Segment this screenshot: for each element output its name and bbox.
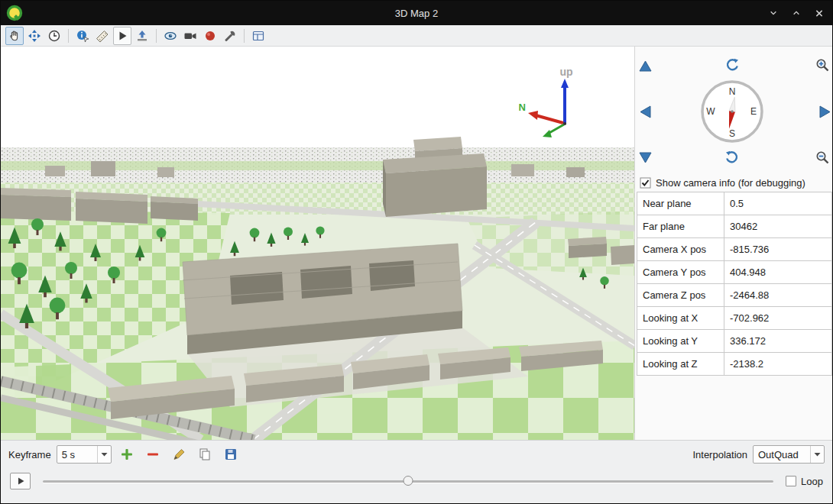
row-label: Far plane — [637, 215, 724, 237]
tilt-down-button[interactable] — [637, 149, 653, 166]
camera-icon — [183, 29, 197, 43]
zoom-out-icon — [815, 150, 830, 165]
zoom-in-icon — [815, 58, 830, 73]
show-camera-info-label: Show camera info (for debugging) — [656, 177, 805, 189]
triangle-up-icon — [639, 60, 652, 72]
row-label: Camera X pos — [637, 238, 724, 260]
navigation-visibility-button[interactable] — [161, 27, 180, 45]
qgis-3d-map-window: 3D Map 2 — [0, 0, 833, 504]
svg-text:W: W — [706, 106, 715, 117]
table-row: Far plane30462 — [637, 215, 832, 238]
triangle-left-icon — [640, 105, 651, 118]
toolbar — [1, 25, 832, 47]
pan-button[interactable] — [25, 27, 44, 45]
loop-checkbox[interactable]: Loop — [786, 476, 823, 487]
rotate-ccw-button[interactable] — [724, 57, 741, 73]
row-label: Looking at Y — [637, 330, 724, 352]
rotate-cw-icon — [724, 150, 740, 165]
measure-button[interactable] — [93, 27, 112, 45]
row-value: -2464.88 — [724, 284, 832, 306]
camera-info-table: Near plane0.5 Far plane30462 Camera X po… — [637, 192, 832, 376]
titlebar: 3D Map 2 — [1, 1, 832, 25]
window-close-button[interactable] — [811, 5, 828, 21]
row-value: 0.5 — [724, 192, 832, 215]
move-right-button[interactable] — [816, 103, 833, 120]
timeline-play-button[interactable] — [10, 473, 31, 489]
show-camera-info-checkbox[interactable]: Show camera info (for debugging) — [635, 173, 832, 192]
chevron-down-icon — [101, 452, 108, 457]
camera-control-button[interactable] — [5, 27, 24, 45]
timeline-slider[interactable] — [43, 473, 773, 489]
window-title: 3D Map 2 — [1, 8, 832, 19]
interpolation-value: OutQuad — [754, 449, 810, 460]
timeline-slider-handle[interactable] — [404, 476, 413, 486]
row-label: Camera Z pos — [637, 284, 724, 306]
table-row: Camera X pos-815.736 — [637, 238, 832, 261]
table-row: Looking at Z-2138.2 — [637, 353, 832, 376]
interpolation-select[interactable]: OutQuad — [753, 445, 825, 464]
effects-button[interactable] — [201, 27, 219, 45]
rotate-ccw-icon — [724, 57, 740, 73]
navigation-widget: N E S W — [635, 47, 832, 173]
table-row: Camera Y pos404.948 — [637, 261, 832, 284]
row-label: Looking at Z — [637, 353, 724, 375]
edit-keyframe-button[interactable] — [169, 444, 190, 464]
duplicate-keyframe-button[interactable] — [195, 444, 216, 464]
move-left-button[interactable] — [637, 103, 653, 120]
pan-arrows-icon — [28, 29, 41, 43]
animations-button[interactable] — [45, 27, 63, 45]
row-value: 404.948 — [724, 261, 832, 283]
svg-text:up: up — [559, 66, 572, 78]
keyframe-duration-select[interactable]: 5 s — [57, 445, 112, 464]
svg-text:N: N — [729, 86, 736, 97]
window-maximize-button[interactable] — [788, 5, 805, 21]
eye-icon — [164, 29, 177, 43]
row-label: Camera Y pos — [637, 261, 724, 283]
remove-keyframe-button[interactable] — [143, 444, 164, 464]
play-animation-button[interactable] — [113, 27, 131, 45]
window-shade-button[interactable] — [765, 5, 782, 21]
configure-button[interactable] — [221, 27, 239, 45]
scene-canvas: up N — [1, 47, 634, 440]
camera-button[interactable] — [181, 27, 199, 45]
compass[interactable]: N E S W — [698, 77, 767, 146]
camera-control-hand-icon — [8, 29, 21, 43]
export-scene-button[interactable] — [249, 27, 267, 45]
keyframe-duration-value: 5 s — [57, 449, 97, 460]
row-value: 30462 — [724, 215, 832, 237]
checkbox-checked-icon — [640, 177, 651, 189]
animation-clock-icon — [47, 29, 61, 43]
row-value: 336.172 — [724, 330, 832, 352]
qgis-logo-icon — [6, 5, 23, 21]
add-keyframe-button[interactable] — [117, 444, 138, 464]
table-row: Looking at Y336.172 — [637, 330, 832, 353]
triangle-down-icon — [639, 152, 652, 163]
plus-icon — [119, 447, 135, 462]
pencil-icon — [171, 447, 186, 462]
identify-info-icon — [76, 29, 89, 43]
camera-side-panel: N E S W — [634, 47, 832, 440]
interpolation-label: Interpolation — [692, 449, 747, 460]
play-icon — [16, 477, 25, 486]
tilt-up-button[interactable] — [637, 57, 653, 74]
row-value: -815.736 — [724, 238, 832, 260]
play-icon — [115, 29, 129, 43]
zoom-in-button[interactable] — [814, 57, 831, 73]
close-icon — [815, 9, 823, 18]
toolbar-separator — [68, 29, 69, 43]
zoom-out-button[interactable] — [814, 149, 831, 166]
row-label: Looking at X — [637, 307, 724, 329]
export-image-button[interactable] — [133, 27, 151, 45]
export-image-icon — [135, 29, 149, 43]
checkbox-unchecked-icon — [786, 476, 796, 486]
chevron-down-icon — [814, 452, 821, 457]
save-animation-button[interactable] — [221, 444, 241, 464]
toolbar-separator — [244, 29, 245, 43]
identify-button[interactable] — [73, 27, 92, 45]
wrench-icon — [223, 29, 237, 43]
viewport-3d[interactable]: up N — [1, 47, 634, 440]
save-icon — [223, 447, 238, 462]
copy-icon — [197, 447, 212, 462]
rotate-cw-button[interactable] — [724, 149, 741, 166]
table-row: Camera Z pos-2464.88 — [637, 284, 832, 307]
